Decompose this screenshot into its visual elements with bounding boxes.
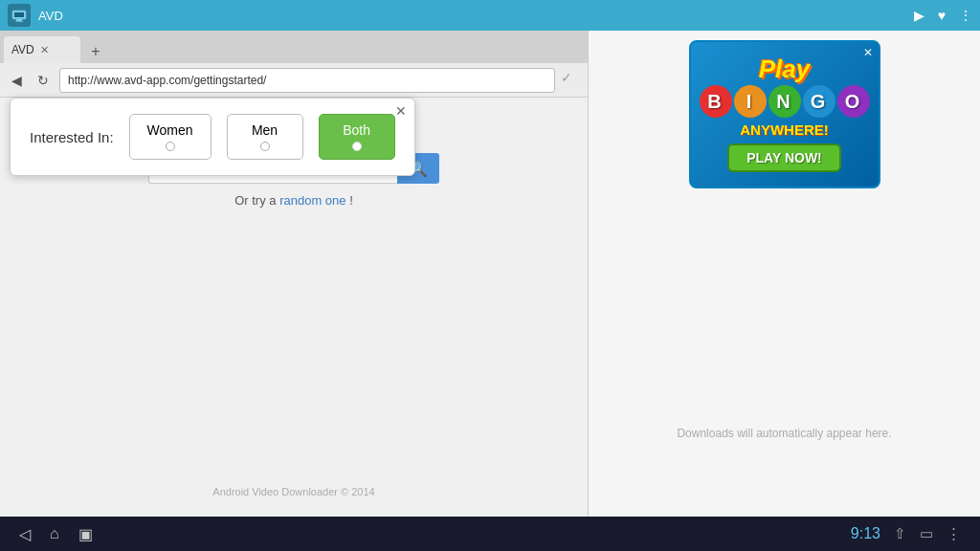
- random-prefix: Or try a: [234, 193, 276, 208]
- ad-banner[interactable]: ✕ Play B I N G O ANYWHERE! PLAY NOW!: [689, 40, 880, 188]
- svg-rect-1: [14, 12, 24, 17]
- interested-label: Interested In:: [30, 129, 114, 145]
- clock: 9:13: [851, 525, 880, 542]
- men-option-button[interactable]: Men: [227, 114, 303, 160]
- popup-close-button[interactable]: ✕: [395, 104, 407, 118]
- both-radio: [352, 142, 362, 151]
- overflow-icon[interactable]: ⋮: [947, 525, 961, 542]
- bottom-nav-right: 9:13 ⇧ ▭ ⋮: [851, 525, 961, 542]
- tab-avd[interactable]: AVD ✕: [4, 36, 80, 63]
- more-icon[interactable]: ⋮: [959, 8, 972, 23]
- bingo-n: N: [768, 85, 801, 118]
- go-button[interactable]: ✓: [561, 70, 582, 91]
- new-tab-button[interactable]: +: [84, 40, 107, 63]
- svg-rect-3: [15, 21, 23, 22]
- both-label: Both: [343, 122, 370, 138]
- both-option-button[interactable]: Both: [319, 114, 395, 160]
- downloads-text: Downloads will automatically appear here…: [677, 427, 891, 440]
- address-bar: ◀ ↻ ✓: [0, 63, 588, 98]
- refresh-button[interactable]: ↻: [33, 70, 54, 91]
- tab-close-button[interactable]: ✕: [40, 44, 49, 56]
- url-input[interactable]: [59, 68, 555, 93]
- tab-bar: AVD ✕ +: [0, 31, 588, 63]
- back-icon[interactable]: ◁: [19, 525, 31, 543]
- bingo-o: O: [837, 85, 870, 118]
- women-label: Women: [147, 122, 193, 138]
- women-radio: [166, 142, 175, 151]
- men-radio: [260, 142, 270, 151]
- ad-anywhere-text: ANYWHERE!: [740, 121, 829, 138]
- random-suffix: !: [349, 193, 353, 208]
- recents-icon[interactable]: ▣: [78, 525, 93, 543]
- ad-close-button[interactable]: ✕: [863, 46, 873, 59]
- bingo-g: G: [803, 85, 835, 118]
- back-nav-button[interactable]: ◀: [6, 70, 27, 91]
- app-icon: [8, 4, 31, 27]
- men-label: Men: [252, 122, 278, 138]
- random-line: Or try a random one !: [234, 193, 353, 208]
- browser-panel: AVD ✕ + ◀ ↻ ✓ Interested In: Women Men: [0, 31, 589, 517]
- heart-icon[interactable]: ♥: [938, 8, 946, 23]
- bingo-b: B: [700, 85, 732, 118]
- bottom-bar: ◁ ⌂ ▣ 9:13 ⇧ ▭ ⋮: [0, 517, 980, 551]
- home-icon[interactable]: ⌂: [50, 525, 59, 542]
- women-option-button[interactable]: Women: [129, 114, 212, 160]
- tab-label: AVD: [11, 43, 34, 56]
- browser-content: Interested In: Women Men Both ✕ Find you…: [0, 98, 588, 517]
- cast-icon[interactable]: ▭: [920, 525, 933, 542]
- title-bar-controls: ▶ ♥ ⋮: [914, 8, 972, 23]
- title-bar: AVD ▶ ♥ ⋮: [0, 0, 980, 31]
- title-bar-left: AVD: [8, 4, 63, 27]
- ad-play-text: Play: [759, 56, 811, 81]
- share-icon[interactable]: ⇧: [894, 525, 906, 542]
- app-title: AVD: [38, 9, 63, 23]
- svg-rect-2: [16, 19, 22, 21]
- bingo-i: I: [734, 85, 767, 118]
- bottom-nav-left: ◁ ⌂ ▣: [19, 525, 93, 543]
- footer-credit: Android Video Downloader © 2014: [0, 486, 588, 497]
- ad-bingo-letters: B I N G O: [700, 85, 870, 118]
- ad-play-now-button[interactable]: PLAY NOW!: [727, 143, 841, 172]
- interested-in-popup: Interested In: Women Men Both ✕: [10, 98, 415, 176]
- play-icon[interactable]: ▶: [914, 8, 924, 23]
- main-layout: AVD ✕ + ◀ ↻ ✓ Interested In: Women Men: [0, 31, 980, 517]
- random-one-link[interactable]: random one: [279, 193, 345, 208]
- right-panel: ✕ Play B I N G O ANYWHERE! PLAY NOW! Dow…: [589, 31, 980, 517]
